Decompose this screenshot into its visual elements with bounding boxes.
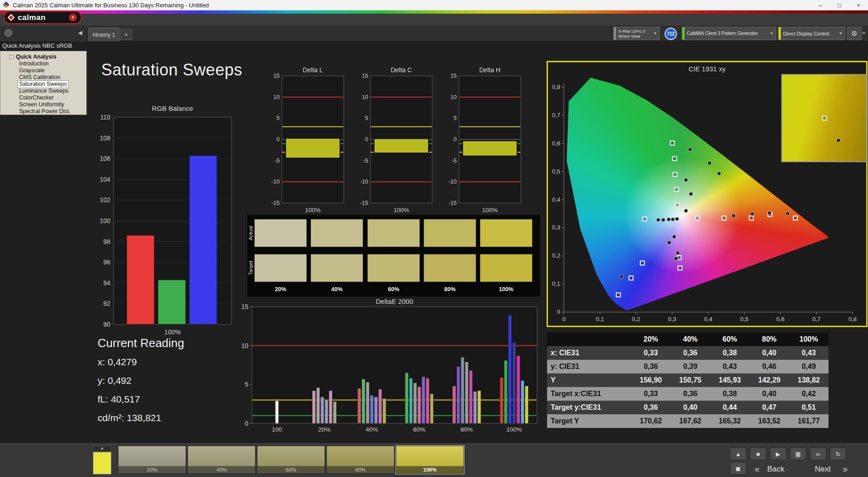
chart-title: RGB Balance: [152, 104, 193, 112]
toolbar: [0, 14, 868, 25]
results-value: 0,36: [631, 360, 671, 373]
title-bar: Calman 2025 Calman Ultimate for Business…: [0, 0, 868, 10]
settings-button[interactable]: ⚙: [847, 27, 862, 40]
sidebar-item-spectral-power-dist-[interactable]: Spectral Power Dist.: [18, 108, 72, 115]
y-axis-label: 5: [454, 115, 457, 121]
pattern-level-button-60%[interactable]: 60%: [257, 446, 325, 474]
cie-measured-point: [684, 209, 688, 213]
close-button[interactable]: ×: [849, 0, 868, 10]
calman-menu-button[interactable]: calman ▼: [4, 11, 82, 24]
play-button[interactable]: ▶: [770, 447, 786, 460]
results-value: 0,47: [750, 401, 789, 414]
delta-l-chart: Delta L-15-10-5051015100%: [265, 66, 349, 218]
swatch-col-label: 100%: [480, 286, 533, 293]
results-row: Y156,90150,75145,93142,29138,82: [547, 373, 829, 387]
cie-target-point: [628, 276, 633, 281]
delta-bar: [286, 138, 340, 158]
reading-cdm2: cd/m²: 138,821: [98, 412, 184, 423]
chart-title: Delta C: [391, 66, 412, 74]
sidebar-item-colorchecker[interactable]: ColorChecker: [18, 94, 55, 101]
y-axis-label: 110: [100, 114, 111, 121]
deltae-bar: [430, 394, 434, 423]
back-button[interactable]: Back: [767, 465, 784, 474]
tab-history-1[interactable]: History 1: [89, 28, 119, 41]
y-axis-label: 15: [450, 73, 457, 79]
next-button[interactable]: Next: [815, 465, 831, 474]
y-axis-label: 90: [103, 321, 110, 328]
tree-expander-icon[interactable]: −: [10, 55, 14, 59]
results-value: 0,42: [789, 387, 829, 401]
deltae-bar: [405, 373, 408, 423]
pattern-level-button-20%[interactable]: 20%: [118, 446, 186, 474]
results-value: 145,93: [710, 373, 750, 387]
sidebar-item-screen-uniformity[interactable]: Screen Uniformity: [18, 101, 65, 108]
results-row: Target Y170,62167,62165,32163,52161,77: [547, 414, 829, 428]
pattern-source-dropdown[interactable]: CalMAN Client 3 Pattern Generator ▼: [682, 27, 776, 40]
refresh-button[interactable]: ↻: [830, 447, 846, 460]
color-swatch: [254, 254, 307, 282]
chevron-down-icon: ▼: [768, 31, 776, 35]
deltae-bar: [366, 382, 369, 423]
workflow-menu-button[interactable]: [5, 29, 12, 37]
current-reading-heading: Current Reading: [98, 336, 184, 350]
popout-button[interactable]: ▲: [730, 447, 746, 460]
overflow-chevron-icon[interactable]: »: [862, 29, 865, 36]
back-chevron-icon[interactable]: «: [755, 464, 760, 474]
cie-measured-point: [666, 217, 671, 221]
y-axis-label: 106: [100, 155, 111, 162]
deltae-bar: [316, 388, 320, 423]
x-axis-label: 100%: [482, 207, 498, 214]
y-axis-label: 5: [365, 115, 368, 121]
meter-mode: Direct View: [618, 34, 645, 39]
window-controls: – □ ×: [811, 0, 868, 10]
y-axis-label: 10: [450, 94, 457, 100]
cie-target-point: [793, 216, 798, 221]
results-col-header: 80%: [750, 333, 789, 346]
results-value: 0,46: [750, 360, 789, 373]
chevron-down-icon: ▼: [837, 31, 845, 35]
y-axis-label: -5: [363, 158, 368, 164]
results-value: 0,38: [710, 387, 750, 401]
pattern-color-swatch: [93, 452, 111, 474]
y-axis-label: 92: [103, 300, 110, 307]
reading-fl: fL: 40,517: [98, 394, 184, 405]
color-swatch: [424, 254, 476, 282]
cie-zoom-inset: [781, 74, 867, 162]
cie-measured-point: [672, 235, 676, 239]
sidebar-item-luminance-sweeps[interactable]: Luminance Sweeps: [18, 88, 70, 94]
pattern-window-button[interactable]: ▲: [93, 446, 111, 475]
cie-measured-point: [671, 217, 675, 221]
chart-title: DeltaE 2000: [376, 298, 414, 305]
pattern-level-button-80%[interactable]: 80%: [326, 446, 395, 474]
sidebar-item-introduction[interactable]: Introduction: [18, 60, 50, 67]
next-chevron-icon[interactable]: »: [843, 464, 848, 474]
display-control-dropdown[interactable]: Direct Display Control ▼: [778, 27, 845, 40]
x-axis-label: 60%: [413, 426, 425, 433]
stop-button[interactable]: ■: [750, 447, 766, 460]
loop-button[interactable]: ∞: [810, 447, 826, 460]
maximize-button[interactable]: □: [830, 0, 849, 10]
save-button[interactable]: ▦: [790, 447, 806, 460]
y-axis-label: 100: [100, 217, 111, 224]
meter-dropdown[interactable]: X-Rite i1Pro 3 Direct View ▼: [613, 27, 660, 40]
y-axis-label: -15: [449, 200, 457, 206]
pattern-level-button-100%[interactable]: 100%: [396, 446, 464, 474]
deltae-bar: [465, 362, 468, 423]
add-tab-button[interactable]: +: [120, 29, 132, 40]
sidebar-item-grayscale[interactable]: Grayscale: [18, 67, 46, 74]
sidebar-root-item[interactable]: −Quick Analysis: [0, 53, 86, 60]
sidebar-item-cms-calibration[interactable]: CMS Calibration: [18, 74, 62, 81]
calman-logo-text: calman: [18, 13, 46, 22]
color-swatch: [311, 254, 363, 282]
cie-measured-point: [688, 148, 692, 152]
sidebar-item-saturation-sweeps[interactable]: Saturation Sweeps: [18, 81, 68, 88]
minimize-button[interactable]: –: [811, 0, 830, 10]
meter-count-badge[interactable]: 712: [665, 28, 677, 40]
pattern-level-button-40%[interactable]: 40%: [187, 446, 256, 474]
collapse-sidebar-icon[interactable]: ◀: [78, 30, 82, 36]
deltae-bar: [409, 378, 413, 423]
results-value: 161,77: [789, 414, 829, 428]
fullscreen-button[interactable]: ◼: [730, 462, 746, 475]
results-value: 0,43: [789, 346, 829, 360]
cie-measured-point: [689, 192, 693, 196]
